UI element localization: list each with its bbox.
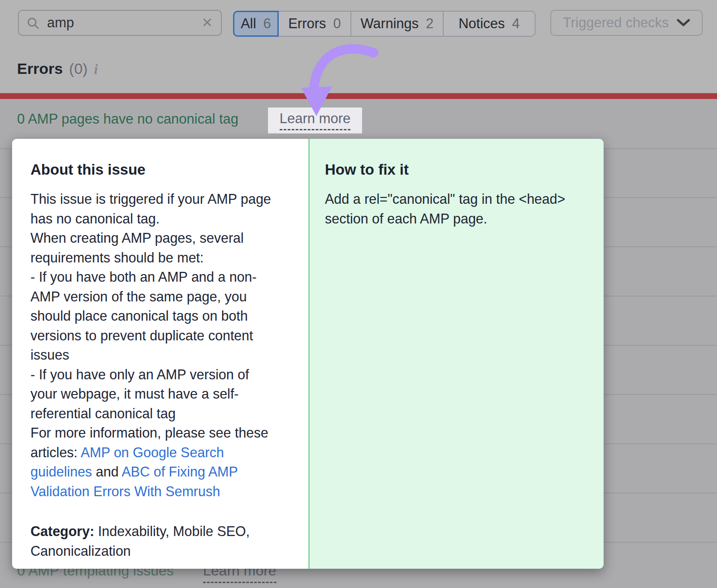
issue-details-popup: About this issue This issue is triggered…	[12, 139, 604, 569]
section-title: Errors	[17, 60, 63, 77]
how-to-fix-panel: How to fix it Add a rel="canonical" tag …	[308, 139, 604, 569]
section-count: (0)	[69, 60, 88, 77]
errors-section-heading: Errors (0) i	[17, 60, 98, 77]
tab-label: Warnings	[360, 16, 419, 32]
tab-warnings[interactable]: Warnings 2	[351, 11, 444, 37]
tab-label: Errors	[288, 16, 326, 32]
fix-body: Add a rel="canonical" tag in the <head> …	[325, 189, 586, 228]
tab-notices[interactable]: Notices 4	[444, 11, 536, 37]
issue-filter-tabs: All 6 Errors 0 Warnings 2 Notices 4	[233, 11, 536, 37]
learn-more-link[interactable]: Learn more	[268, 107, 362, 133]
clear-search-icon[interactable]: ✕	[202, 16, 213, 30]
tab-count: 6	[263, 16, 271, 32]
errors-section-divider	[0, 93, 717, 99]
tab-count: 0	[333, 16, 341, 32]
search-input-container[interactable]: ✕	[18, 10, 222, 36]
tab-count: 2	[426, 16, 433, 32]
about-body: This issue is triggered if your AMP page…	[30, 189, 295, 501]
category-label: Category:	[30, 524, 94, 539]
about-this-issue-panel: About this issue This issue is triggered…	[12, 139, 308, 569]
triggered-checks-dropdown[interactable]: Triggered checks	[550, 10, 703, 36]
tab-label: All	[241, 16, 256, 32]
learn-more-label: Learn more	[280, 111, 351, 130]
tab-label: Notices	[458, 16, 505, 32]
tab-count: 4	[512, 16, 520, 32]
search-input[interactable]	[46, 14, 194, 31]
about-title: About this issue	[30, 161, 295, 178]
issue-title: 0 AMP pages have no canonical tag	[17, 111, 238, 127]
category-row: Category: Indexability, Mobile SEO, Cano…	[30, 522, 295, 561]
chevron-down-icon	[677, 19, 690, 27]
fix-title: How to fix it	[325, 161, 586, 178]
tab-all[interactable]: All 6	[233, 11, 279, 37]
tab-errors[interactable]: Errors 0	[279, 11, 351, 37]
search-icon	[27, 17, 39, 29]
dropdown-label: Triggered checks	[563, 15, 669, 31]
info-icon[interactable]: i	[94, 61, 98, 77]
